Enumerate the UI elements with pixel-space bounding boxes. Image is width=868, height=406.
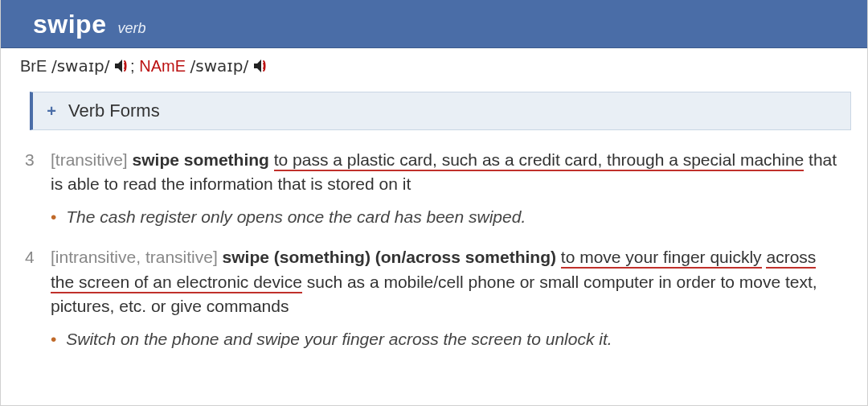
name-ipa: /swaɪp/	[190, 56, 249, 76]
example-text: Switch on the phone and swipe your finge…	[66, 330, 612, 348]
bullet-icon: •	[51, 330, 56, 348]
verb-forms-label: Verb Forms	[68, 100, 160, 121]
sense-pattern: swipe (something) (on/across something)	[223, 248, 556, 266]
pronunciation-bar: BrE /swaɪp/ ; NAmE /swaɪp/	[1, 48, 867, 87]
sense-number: 4	[25, 245, 36, 351]
example-sentence: • Switch on the phone and swipe your fin…	[51, 327, 843, 351]
name-label: NAmE	[139, 57, 186, 75]
senses: 3 [transitive] swipe something to pass a…	[1, 130, 867, 351]
sense-number: 3	[25, 148, 36, 229]
definition-underlined: to move your finger quickly	[561, 248, 762, 269]
sense-3: 3 [transitive] swipe something to pass a…	[25, 148, 843, 229]
definition-underlined: to pass a plastic card, such as a credit…	[274, 150, 805, 171]
example-text: The cash register only opens once the ca…	[66, 207, 526, 226]
sense-body: [transitive] swipe something to pass a p…	[51, 148, 843, 229]
speaker-icon[interactable]	[253, 59, 269, 77]
plus-icon: +	[44, 102, 59, 121]
sense-pattern: swipe something	[133, 150, 269, 169]
example-sentence: • The cash register only opens once the …	[51, 205, 843, 229]
part-of-speech: verb	[117, 20, 145, 37]
bre-label: BrE	[20, 57, 47, 75]
bre-ipa: /swaɪp/	[51, 56, 110, 76]
bullet-icon: •	[51, 207, 56, 226]
headword: swipe	[33, 10, 106, 39]
verb-forms-toggle[interactable]: + Verb Forms	[30, 92, 851, 130]
grammar-label: [transitive]	[51, 150, 128, 169]
pron-separator: ;	[130, 57, 139, 75]
grammar-label: [intransitive, transitive]	[51, 248, 218, 266]
sense-4: 4 [intransitive, transitive] swipe (some…	[25, 245, 843, 351]
dictionary-entry: swipe verb BrE /swaɪp/ ; NAmE /swaɪp/ + …	[0, 0, 868, 406]
sense-body: [intransitive, transitive] swipe (someth…	[51, 245, 843, 351]
entry-header: swipe verb	[1, 0, 867, 48]
speaker-icon[interactable]	[114, 59, 130, 77]
